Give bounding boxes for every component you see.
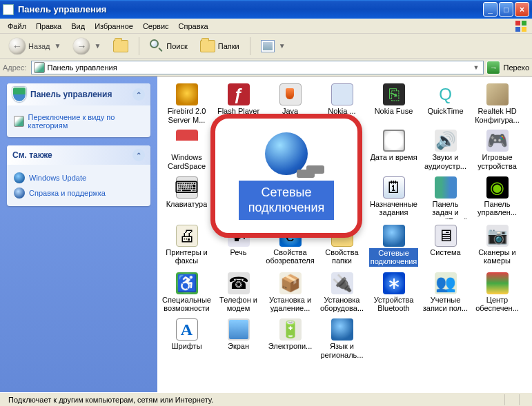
item-power-options[interactable]: 🔋Электропи... [265,317,315,361]
item-date-time[interactable]: Дата и время [368,128,419,172]
item-network-connections[interactable]: Сетевые подключения [368,223,419,268]
item-scheduled-tasks[interactable]: 🗓Назначенные задания [368,175,419,221]
maximize-button[interactable]: □ [499,2,513,17]
item-display[interactable]: Экран [213,317,264,361]
menu-tools[interactable]: Сервис [138,21,174,32]
titlebar: Панель управления _ □ × [0,0,532,19]
hardware-icon: 🔌 [331,272,353,294]
item-label: Сканеры и камеры [473,248,521,265]
item-quicktime[interactable]: QQuickTime [420,82,471,125]
item-user-accounts[interactable]: 👥Учетные записи пол... [420,271,471,314]
back-button[interactable]: ← Назад ▼ [4,36,66,57]
item-label: Шрифты [171,342,201,351]
firebird-icon [176,83,198,105]
item-fonts[interactable]: AШрифты [161,317,212,361]
item-add-hardware[interactable]: 🔌Установка оборудова... [317,271,367,314]
app-icon [3,4,14,15]
go-button[interactable]: → [486,61,500,74]
views-icon [261,40,275,52]
item-nvidia-panel[interactable]: ◉Панель управлен... [472,175,522,221]
up-button[interactable] [108,38,133,54]
menu-view[interactable]: Вид [66,21,90,32]
collapse-icon[interactable]: ⌃ [132,88,145,101]
camera-icon: 📷 [486,225,509,247]
item-system[interactable]: 🖥Система [420,223,471,268]
network-icon [383,225,405,247]
panel-header[interactable]: Панель управления ⌃ [7,83,150,105]
system-icon: 🖥 [435,225,457,247]
bluetooth-icon: ∗ [383,272,405,294]
panel-header[interactable]: См. также ⌃ [7,145,150,165]
item-sounds-audio[interactable]: 🔊Звуки и аудиоустр... [420,128,471,172]
item-printers-faxes[interactable]: 🖨Принтеры и факсы [161,223,212,268]
folders-label: Папки [218,42,239,50]
menu-file[interactable]: Файл [3,21,31,32]
address-dropdown-icon[interactable]: ▼ [471,64,481,71]
item-label: Realtek HD Конфигура... [473,107,521,124]
item-keyboard[interactable]: ⌨Клавиатура [161,175,212,221]
clock-icon [383,130,405,152]
menu-edit[interactable]: Правка [31,21,66,32]
accessibility-icon: ♿ [176,272,198,294]
users-icon: 👥 [435,272,457,294]
menu-help[interactable]: Справка [174,21,213,32]
item-add-remove-programs[interactable]: 📦Установка и удаление... [265,271,315,314]
search-label: Поиск [166,42,187,50]
address-label: Адрес: [3,63,27,72]
folders-button[interactable]: Папки [195,38,244,54]
forward-button[interactable]: → ▼ [68,36,106,57]
item-scanners-cameras[interactable]: 📷Сканеры и камеры [472,223,522,268]
panel-body: Переключение к виду по категориям [7,105,150,137]
item-label: Телефон и модем [215,296,262,313]
help-support-link[interactable]: Справка и поддержка [14,185,144,201]
item-label: Панель управлен... [473,200,521,217]
item-game-controllers[interactable]: 🎮Игровые устройства [472,128,522,172]
address-input[interactable]: Панель управления ▼ [31,61,484,74]
printer-icon: 🖨 [176,225,198,247]
windows-flag-icon [515,21,528,32]
item-label: Принтеры и факсы [163,248,210,265]
category-view-icon [14,116,24,127]
switch-category-view-link[interactable]: Переключение к виду по категориям [14,111,144,132]
search-icon [150,39,164,53]
item-label: Свойства папки [318,248,366,265]
item-label: Сетевые подключения [369,248,419,267]
menu-favorites[interactable]: Избранное [90,21,138,32]
minimize-button[interactable]: _ [483,2,497,17]
views-button[interactable]: ▼ [256,38,290,54]
address-value: Панель управления [48,63,469,72]
item-label: Звуки и аудиоустр... [422,153,469,170]
item-regional-language[interactable]: Язык и региональ... [317,317,367,361]
item-security-center[interactable]: Центр обеспечен... [472,271,522,314]
close-button[interactable]: × [515,2,529,17]
item-label: Язык и региональ... [318,342,366,359]
item-windows-cardspace[interactable]: Windows CardSpace [161,128,212,172]
keyboard-icon: ⌨ [176,176,198,199]
java-icon [279,83,302,105]
item-bluetooth-devices[interactable]: ∗Устройства Bluetooth [368,271,419,314]
network-globe-icon [265,132,308,175]
item-label: Назначенные задания [370,200,417,217]
toolbar-separator [250,37,250,55]
item-phone-modem[interactable]: ☎Телефон и модем [213,271,264,314]
menubar: Файл Правка Вид Избранное Сервис Справка [0,19,532,34]
link-label: Переключение к виду по категориям [28,113,144,130]
link-label: Windows Update [29,174,86,182]
item-label: Nokia Fuse [375,107,413,116]
power-icon: 🔋 [279,318,302,341]
folder-up-icon [113,40,128,52]
item-label: Центр обеспечен... [473,296,521,313]
security-center-icon [486,272,509,294]
cardspace-icon [176,130,198,152]
item-firebird[interactable]: Firebird 2.0 Server M... [161,82,212,125]
item-empty [472,317,522,361]
item-label: Электропи... [268,342,313,351]
item-accessibility[interactable]: ♿Специальные возможности [161,271,212,314]
collapse-icon[interactable]: ⌃ [132,149,145,161]
item-taskbar-start-menu[interactable]: Панель задач и меню "Пуск" [420,175,471,221]
windows-update-link[interactable]: Windows Update [14,170,144,185]
item-realtek-hd[interactable]: Realtek HD Конфигура... [472,82,522,125]
search-button[interactable]: Поиск [145,37,192,55]
item-nokia-fuse[interactable]: ⎘Nokia Fuse [368,82,419,125]
gamepad-icon: 🎮 [486,130,509,152]
